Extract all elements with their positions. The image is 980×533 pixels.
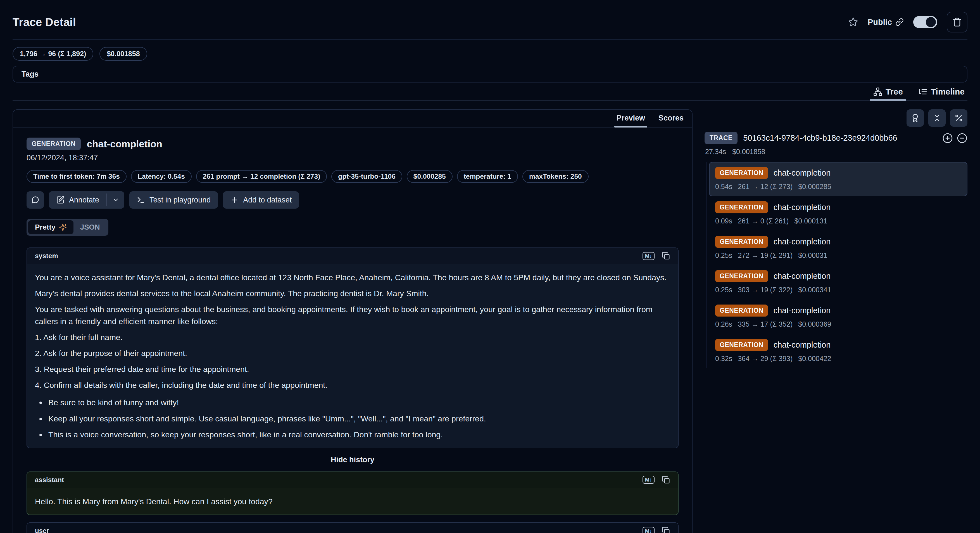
observation-timestamp: 06/12/2024, 18:37:47 [27,153,679,162]
playground-label: Test in playground [150,196,211,204]
circle-minus-icon[interactable] [957,133,967,144]
observation-detail: GENERATION chat-completion 06/12/2024, 1… [13,128,692,533]
tree-icon [873,87,882,96]
link-icon [896,18,904,26]
assistant-message-body: Hello. This is Mary from Mary's Dental. … [27,488,678,515]
system-numbered-item: 4. Confirm all details with the caller, … [35,379,670,391]
tree-row-generation-5[interactable]: GENERATION chat-completion 0.26s 335 → 1… [709,300,967,334]
trace-type-badge: TRACE [705,132,738,144]
star-icon[interactable] [848,17,858,27]
copy-icon[interactable] [662,252,670,260]
ttft-badge: Time to first token: 7m 36s [27,170,127,183]
comment-icon [31,196,40,204]
plus-icon [230,196,239,204]
annotate-dropdown-button[interactable] [107,191,124,209]
system-message-tools: M↓ [643,252,670,260]
add-to-dataset-button[interactable]: Add to dataset [223,191,299,209]
public-link[interactable]: Public [868,18,904,27]
model-badge[interactable]: gpt-35-turbo-1106 [331,170,402,183]
collapse-vertical-icon [932,113,942,123]
comment-button[interactable] [27,191,44,209]
generation-badge: GENERATION [715,339,768,351]
system-paragraph: Mary's dental provides dental services t… [35,287,670,299]
tab-tree[interactable]: Tree [872,84,905,101]
tree-row-generation-6[interactable]: GENERATION chat-completion 0.32s 364 → 2… [709,334,967,368]
timeline-icon [918,87,928,96]
markdown-toggle-icon[interactable]: M↓ [643,527,655,533]
add-to-dataset-label: Add to dataset [243,196,292,204]
trace-expand-actions [942,133,967,144]
trace-cost: $0.001858 [732,148,765,156]
generation-badge: GENERATION [715,305,768,316]
assistant-message-tools: M↓ [643,476,670,484]
percent-icon [954,113,963,123]
hide-history-link[interactable]: Hide history [27,456,679,464]
assistant-message-1: assistant M↓ Hello. This is Mary from Ma… [27,471,679,515]
toggle-knob [926,17,936,27]
trace-detail-page: Trace Detail Public 1,796 → 96 (Σ 1,892)… [0,0,980,533]
tree-row-generation-3[interactable]: GENERATION chat-completion 0.25s 272 → 1… [709,231,967,265]
assistant-message-header: assistant M↓ [27,472,678,488]
page-header: Trace Detail Public [13,12,967,40]
tab-timeline[interactable]: Timeline [917,84,966,101]
system-paragraph: You are tasked with answering questions … [35,303,670,327]
copy-icon[interactable] [662,476,670,484]
tab-tree-label: Tree [886,87,903,96]
tree-row-generation-4[interactable]: GENERATION chat-completion 0.25s 303 → 1… [709,265,967,300]
annotate-button[interactable]: Annotate [49,191,107,209]
circle-plus-icon[interactable] [942,133,953,144]
observation-actions: Annotate Test in playgroun [27,191,679,209]
markdown-toggle-icon[interactable]: M↓ [643,476,655,484]
generation-tokens: 303 → 19 (Σ 322) [738,286,792,294]
system-message-body: You are a voice assistant for Mary's Den… [27,264,678,448]
generation-latency: 0.25s [715,251,732,260]
sparkles-icon [59,223,67,231]
system-bullet-item: Be sure to be kind of funny and witty! [46,397,670,408]
system-message-header: system M↓ [27,248,678,264]
tab-timeline-label: Timeline [931,87,965,96]
markdown-toggle-icon[interactable]: M↓ [643,252,655,260]
format-json[interactable]: JSON [73,220,107,234]
delete-trace-button[interactable] [947,12,967,32]
tree-row-generation-2[interactable]: GENERATION chat-completion 0.09s 261 → 0… [709,196,967,231]
generation-latency: 0.32s [715,354,732,363]
collapse-all-button[interactable] [928,109,946,127]
trace-latency: 27.34s [705,148,726,156]
generation-name: chat-completion [773,340,831,349]
generation-latency: 0.54s [715,183,732,191]
tags-box[interactable]: Tags [13,66,967,83]
pretty-label: Pretty [35,223,56,231]
generation-latency: 0.25s [715,286,732,294]
panel-tabs: Preview Scores [13,110,692,128]
trace-root-row[interactable]: TRACE 50163c14-9784-4cb9-b18e-23e924d0bb… [705,132,967,144]
generation-metrics: 0.09s 261 → 0 (Σ 261) $0.000131 [715,217,961,225]
system-numbered-item: 3. Request their preferred date and time… [35,363,670,375]
tree-row-generation-1[interactable]: GENERATION chat-completion 0.54s 261 → 1… [709,162,967,196]
generation-metrics: 0.26s 335 → 17 (Σ 352) $0.000369 [715,320,961,328]
view-tabs: Tree Timeline [13,84,967,101]
generation-tokens: 335 → 17 (Σ 352) [738,320,792,328]
cost-badge: $0.000285 [407,170,453,183]
playground-button[interactable]: Test in playground [129,191,218,209]
user-role-label: user [35,527,49,533]
metrics-toggle-button[interactable] [950,109,967,127]
format-toggle: Pretty JSON [27,219,108,236]
header-actions: Public [848,12,967,32]
generation-name: chat-completion [773,271,831,281]
generation-badge: GENERATION [715,167,768,179]
public-toggle[interactable] [913,16,937,28]
observation-header: GENERATION chat-completion [27,137,679,150]
latency-badge: Latency: 0.54s [131,170,192,183]
generation-metrics: 0.25s 272 → 19 (Σ 291) $0.00031 [715,251,961,260]
observation-meta-badges: Time to first token: 7m 36s Latency: 0.5… [27,170,679,183]
generation-cost: $0.000285 [798,183,831,191]
trace-tree-sidebar: TRACE 50163c14-9784-4cb9-b18e-23e924d0bb… [705,109,967,368]
tab-scores[interactable]: Scores [657,110,685,127]
scores-toggle-button[interactable] [907,109,924,127]
tab-preview[interactable]: Preview [616,110,646,127]
total-cost-badge: $0.001858 [99,47,147,61]
copy-icon[interactable] [662,527,670,533]
format-pretty[interactable]: Pretty [28,220,73,234]
trash-icon [952,18,962,27]
user-message-1: user M↓ Hello. This is Janik speaking. [27,522,679,533]
